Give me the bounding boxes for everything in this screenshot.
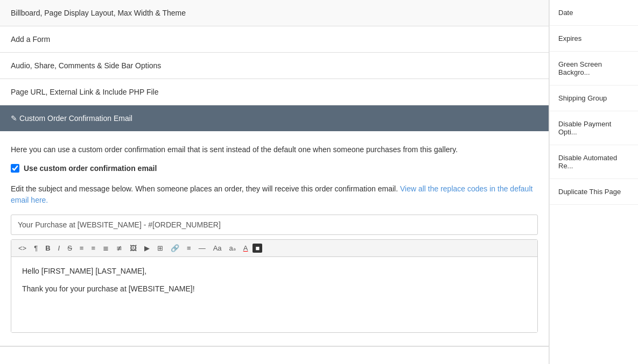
- toolbar-bgcolor-btn[interactable]: ■: [253, 244, 262, 253]
- toolbar-fontcolor-btn[interactable]: A: [241, 243, 251, 253]
- accordion-header-page-url[interactable]: Page URL, External Link & Include PHP Fi…: [0, 79, 549, 105]
- toolbar-text-align-btn[interactable]: ≡: [184, 243, 194, 253]
- email-line-2: Thank you for your purchase at [WEBSITE_…: [22, 283, 527, 295]
- toolbar-align-left-btn[interactable]: ≡: [88, 243, 98, 253]
- toolbar-fontsize-btn[interactable]: Aa: [211, 243, 225, 253]
- accordion-label-page-url: Page URL, External Link & Include PHP Fi…: [11, 88, 158, 96]
- toolbar-strikethrough-btn[interactable]: S: [65, 243, 75, 253]
- sidebar-item-disable-payment[interactable]: Disable Payment Opti...: [550, 111, 638, 145]
- accordion-item-page-url[interactable]: Page URL, External Link & Include PHP Fi…: [0, 79, 549, 105]
- accordion-item-billboard[interactable]: Billboard, Page Display Layout, Max Widt…: [0, 0, 549, 26]
- email-line-1: Hello [FIRST_NAME] [LAST_NAME],: [22, 266, 527, 277]
- toolbar-align-center-btn[interactable]: ≣: [100, 243, 111, 253]
- description-text: Here you can use a custom order confirma…: [11, 144, 538, 155]
- toolbar-align-right-btn[interactable]: ≢: [114, 243, 125, 253]
- accordion-label-add-form: Add a Form: [11, 35, 50, 44]
- toolbar-italic-btn[interactable]: I: [55, 243, 63, 253]
- accordion-label-billboard: Billboard, Page Display Layout, Max Widt…: [11, 9, 186, 17]
- toolbar-ul-btn[interactable]: ≡: [77, 243, 87, 253]
- accordion-content-custom-email: Here you can use a custom order confirma…: [0, 131, 549, 346]
- toolbar-video-btn[interactable]: ▶: [142, 243, 152, 253]
- toolbar-bold-btn[interactable]: B: [43, 243, 53, 253]
- sidebar-item-date[interactable]: Date: [550, 0, 638, 26]
- toolbar-fontstyle-btn[interactable]: aₐ: [227, 243, 239, 253]
- edit-description: Edit the subject and message below. When…: [11, 183, 538, 206]
- accordion-label-audio-share: Audio, Share, Comments & Side Bar Option…: [11, 61, 161, 70]
- toolbar-paragraph-btn[interactable]: ¶: [31, 243, 40, 253]
- sidebar-item-expires[interactable]: Expires: [550, 26, 638, 52]
- editor-toolbar: <> ¶ B I S ≡ ≡ ≣ ≢ 🖼 ▶ ⊞ 🔗 ≡ — Aa aₐ: [11, 240, 537, 257]
- subject-input[interactable]: [11, 215, 538, 235]
- accordion-header-add-form[interactable]: Add a Form: [0, 26, 549, 52]
- accordion-item-add-form[interactable]: Add a Form: [0, 26, 549, 53]
- checkbox-label-text: Use custom order confirmation email: [24, 164, 157, 173]
- sidebar-item-shipping-group[interactable]: Shipping Group: [550, 85, 638, 111]
- toolbar-hr-btn[interactable]: —: [196, 243, 208, 253]
- sidebar-item-green-screen-label: Green Screen Backgro...: [558, 60, 602, 76]
- accordion-header-billboard[interactable]: Billboard, Page Display Layout, Max Widt…: [0, 0, 549, 26]
- sidebar: Date Expires Green Screen Backgro... Shi…: [549, 0, 638, 364]
- email-editor: <> ¶ B I S ≡ ≡ ≣ ≢ 🖼 ▶ ⊞ 🔗 ≡ — Aa aₐ: [11, 239, 538, 333]
- toolbar-image-btn[interactable]: 🖼: [127, 243, 139, 253]
- sidebar-item-green-screen[interactable]: Green Screen Backgro...: [550, 52, 638, 85]
- sidebar-item-disable-automated[interactable]: Disable Automated Re...: [550, 145, 638, 179]
- use-custom-email-checkbox[interactable]: [11, 164, 19, 173]
- sidebar-item-expires-label: Expires: [558, 34, 581, 42]
- toolbar-table-btn[interactable]: ⊞: [155, 243, 166, 253]
- sidebar-item-disable-automated-label: Disable Automated Re...: [558, 154, 617, 170]
- accordion-header-audio-share[interactable]: Audio, Share, Comments & Side Bar Option…: [0, 53, 549, 78]
- toolbar-code-btn[interactable]: <>: [16, 243, 29, 253]
- accordion-item-custom-email[interactable]: ✎ Custom Order Confirmation Email Here y…: [0, 105, 549, 347]
- sidebar-item-duplicate-page-label: Duplicate This Page: [558, 188, 621, 196]
- accordion-item-audio-share[interactable]: Audio, Share, Comments & Side Bar Option…: [0, 53, 549, 79]
- toolbar-link-btn[interactable]: 🔗: [168, 243, 182, 253]
- editor-body[interactable]: Hello [FIRST_NAME] [LAST_NAME], Thank yo…: [11, 257, 537, 332]
- use-custom-email-label[interactable]: Use custom order confirmation email: [11, 164, 538, 173]
- sidebar-item-duplicate-page[interactable]: Duplicate This Page: [550, 179, 638, 205]
- edit-desc-prefix: Edit the subject and message below. When…: [11, 184, 398, 193]
- accordion-label-custom-email: ✎ Custom Order Confirmation Email: [11, 114, 132, 123]
- accordion-header-custom-email[interactable]: ✎ Custom Order Confirmation Email: [0, 105, 549, 131]
- sidebar-item-shipping-group-label: Shipping Group: [558, 94, 607, 102]
- sidebar-item-date-label: Date: [558, 9, 573, 17]
- sidebar-item-disable-payment-label: Disable Payment Opti...: [558, 120, 611, 136]
- main-content: Billboard, Page Display Layout, Max Widt…: [0, 0, 549, 364]
